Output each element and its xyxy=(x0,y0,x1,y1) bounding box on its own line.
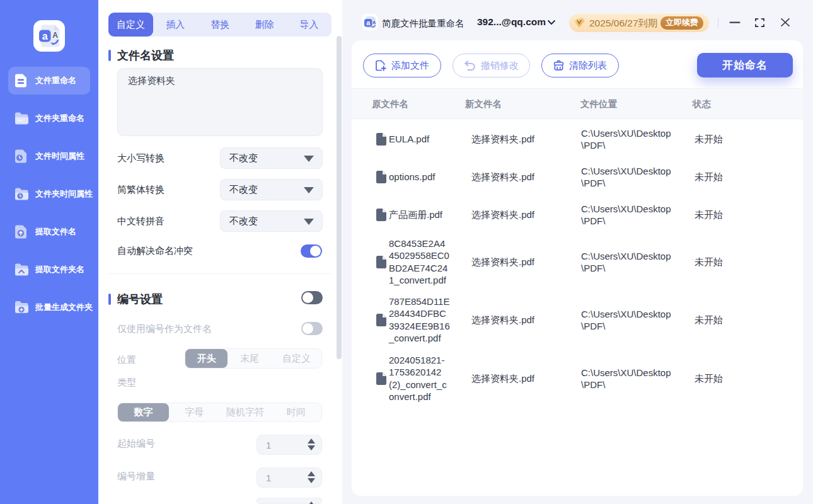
svg-text:A: A xyxy=(52,31,58,40)
svg-text:a: a xyxy=(42,31,48,42)
svg-text:A: A xyxy=(372,20,376,25)
svg-text:a: a xyxy=(366,19,371,26)
